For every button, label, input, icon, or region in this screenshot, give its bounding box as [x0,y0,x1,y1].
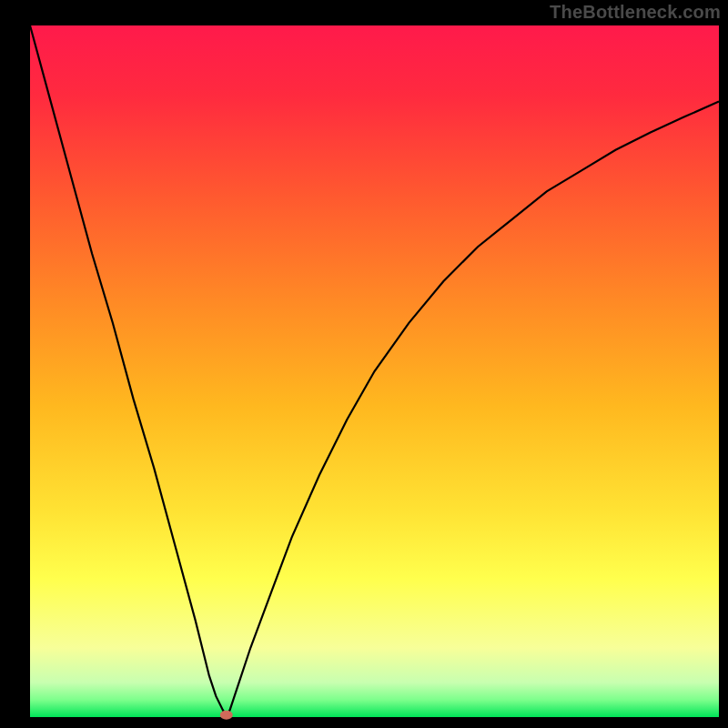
chart-frame: TheBottleneck.com [0,0,728,728]
optimum-marker [220,711,233,720]
watermark-text: TheBottleneck.com [550,2,721,23]
bottleneck-chart [0,0,728,728]
